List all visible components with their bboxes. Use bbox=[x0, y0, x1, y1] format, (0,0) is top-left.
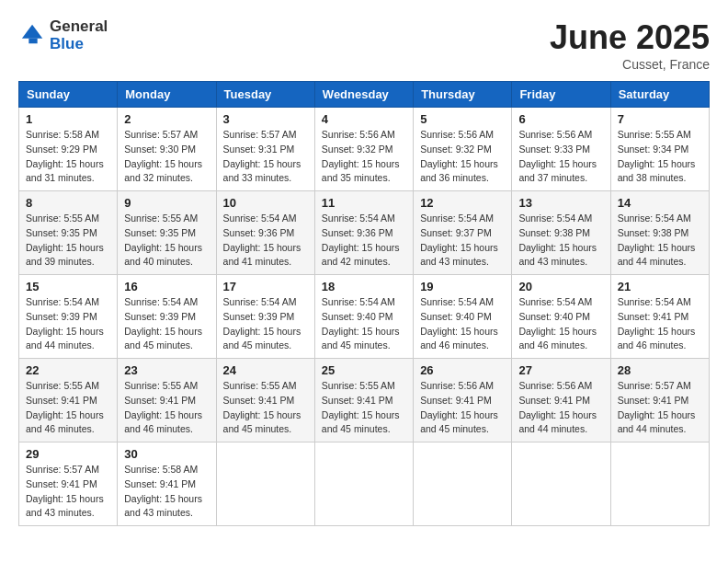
calendar-day-26: 26Sunrise: 5:56 AMSunset: 9:41 PMDayligh… bbox=[414, 359, 512, 442]
calendar-day-11: 11Sunrise: 5:54 AMSunset: 9:36 PMDayligh… bbox=[314, 191, 413, 275]
calendar-day-12: 12Sunrise: 5:54 AMSunset: 9:37 PMDayligh… bbox=[414, 191, 512, 275]
column-header-tuesday: Tuesday bbox=[216, 82, 314, 108]
calendar-day-25: 25Sunrise: 5:55 AMSunset: 9:41 PMDayligh… bbox=[314, 359, 413, 442]
calendar-day-2: 2Sunrise: 5:57 AMSunset: 9:30 PMDaylight… bbox=[118, 108, 216, 191]
calendar-day-9: 9Sunrise: 5:55 AMSunset: 9:35 PMDaylight… bbox=[118, 191, 216, 275]
calendar-empty-cell bbox=[314, 442, 413, 526]
calendar-empty-cell bbox=[216, 442, 314, 526]
svg-marker-0 bbox=[22, 24, 42, 38]
location: Cusset, France bbox=[550, 57, 710, 72]
calendar-day-28: 28Sunrise: 5:57 AMSunset: 9:41 PMDayligh… bbox=[610, 359, 709, 442]
calendar-day-1: 1Sunrise: 5:58 AMSunset: 9:29 PMDaylight… bbox=[19, 108, 118, 191]
calendar-day-5: 5Sunrise: 5:56 AMSunset: 9:32 PMDaylight… bbox=[414, 108, 512, 191]
calendar-day-22: 22Sunrise: 5:55 AMSunset: 9:41 PMDayligh… bbox=[19, 359, 118, 442]
column-header-monday: Monday bbox=[118, 82, 216, 108]
column-header-sunday: Sunday bbox=[19, 82, 118, 108]
calendar-day-21: 21Sunrise: 5:54 AMSunset: 9:41 PMDayligh… bbox=[610, 275, 709, 359]
calendar-day-29: 29Sunrise: 5:57 AMSunset: 9:41 PMDayligh… bbox=[19, 442, 118, 526]
calendar-empty-cell bbox=[414, 442, 512, 526]
title-block: June 2025 Cusset, France bbox=[550, 18, 710, 72]
calendar-day-8: 8Sunrise: 5:55 AMSunset: 9:35 PMDaylight… bbox=[19, 191, 118, 275]
calendar-day-6: 6Sunrise: 5:56 AMSunset: 9:33 PMDaylight… bbox=[512, 108, 610, 191]
calendar-day-20: 20Sunrise: 5:54 AMSunset: 9:40 PMDayligh… bbox=[512, 275, 610, 359]
logo: General Blue bbox=[18, 18, 108, 52]
calendar-week-1: 1Sunrise: 5:58 AMSunset: 9:29 PMDaylight… bbox=[19, 108, 710, 191]
column-header-friday: Friday bbox=[512, 82, 610, 108]
calendar-table: SundayMondayTuesdayWednesdayThursdayFrid… bbox=[18, 81, 710, 526]
calendar-day-23: 23Sunrise: 5:55 AMSunset: 9:41 PMDayligh… bbox=[118, 359, 216, 442]
calendar-week-2: 8Sunrise: 5:55 AMSunset: 9:35 PMDaylight… bbox=[19, 191, 710, 275]
calendar-day-27: 27Sunrise: 5:56 AMSunset: 9:41 PMDayligh… bbox=[512, 359, 610, 442]
column-header-wednesday: Wednesday bbox=[314, 82, 413, 108]
logo-blue: Blue bbox=[50, 35, 84, 52]
calendar-empty-cell bbox=[512, 442, 610, 526]
column-header-thursday: Thursday bbox=[414, 82, 512, 108]
svg-rect-1 bbox=[28, 38, 37, 43]
calendar-day-13: 13Sunrise: 5:54 AMSunset: 9:38 PMDayligh… bbox=[512, 191, 610, 275]
logo-icon bbox=[20, 21, 46, 47]
calendar-day-30: 30Sunrise: 5:58 AMSunset: 9:41 PMDayligh… bbox=[118, 442, 216, 526]
calendar-day-7: 7Sunrise: 5:55 AMSunset: 9:34 PMDaylight… bbox=[610, 108, 709, 191]
month-title: June 2025 bbox=[550, 18, 710, 57]
calendar-day-18: 18Sunrise: 5:54 AMSunset: 9:40 PMDayligh… bbox=[314, 275, 413, 359]
page-header: General Blue June 2025 Cusset, France bbox=[18, 18, 710, 72]
calendar-day-14: 14Sunrise: 5:54 AMSunset: 9:38 PMDayligh… bbox=[610, 191, 709, 275]
calendar-day-3: 3Sunrise: 5:57 AMSunset: 9:31 PMDaylight… bbox=[216, 108, 314, 191]
calendar-day-17: 17Sunrise: 5:54 AMSunset: 9:39 PMDayligh… bbox=[216, 275, 314, 359]
calendar-day-24: 24Sunrise: 5:55 AMSunset: 9:41 PMDayligh… bbox=[216, 359, 314, 442]
calendar-week-4: 22Sunrise: 5:55 AMSunset: 9:41 PMDayligh… bbox=[19, 359, 710, 442]
calendar-day-10: 10Sunrise: 5:54 AMSunset: 9:36 PMDayligh… bbox=[216, 191, 314, 275]
calendar-empty-cell bbox=[610, 442, 709, 526]
calendar-week-5: 29Sunrise: 5:57 AMSunset: 9:41 PMDayligh… bbox=[19, 442, 710, 526]
calendar-header-row: SundayMondayTuesdayWednesdayThursdayFrid… bbox=[19, 82, 710, 108]
calendar-day-15: 15Sunrise: 5:54 AMSunset: 9:39 PMDayligh… bbox=[19, 275, 118, 359]
calendar-day-4: 4Sunrise: 5:56 AMSunset: 9:32 PMDaylight… bbox=[314, 108, 413, 191]
calendar-day-16: 16Sunrise: 5:54 AMSunset: 9:39 PMDayligh… bbox=[118, 275, 216, 359]
column-header-saturday: Saturday bbox=[610, 82, 709, 108]
calendar-day-19: 19Sunrise: 5:54 AMSunset: 9:40 PMDayligh… bbox=[414, 275, 512, 359]
calendar-week-3: 15Sunrise: 5:54 AMSunset: 9:39 PMDayligh… bbox=[19, 275, 710, 359]
logo-general: General bbox=[50, 17, 108, 35]
